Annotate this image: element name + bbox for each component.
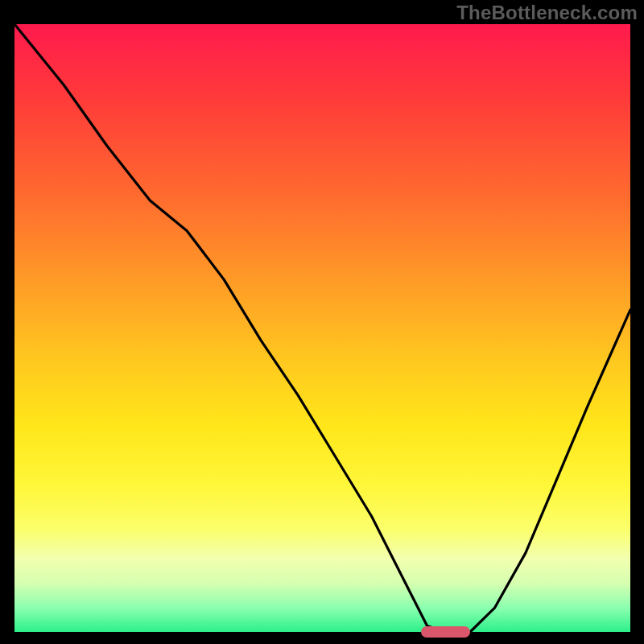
optimal-range-marker [421,626,470,638]
watermark-text: TheBottleneck.com [456,2,638,24]
chart-frame: TheBottleneck.com [0,0,644,644]
gradient-plot-area [14,24,630,632]
